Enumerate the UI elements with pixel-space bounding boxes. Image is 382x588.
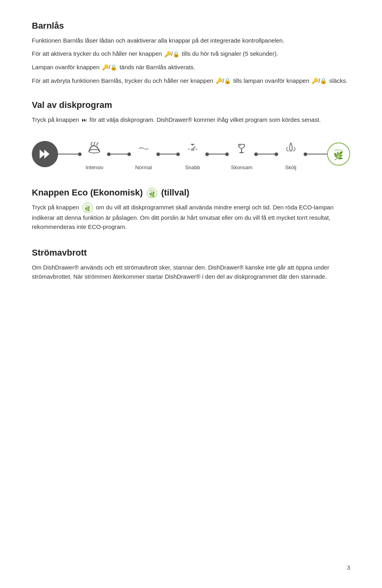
key-lock-icon-3: 🔑/🔒 (216, 77, 231, 86)
skonsam-label: Skonsam (231, 164, 252, 172)
svg-point-2 (89, 150, 100, 153)
key-lock-icon-2: 🔑/🔒 (102, 63, 117, 72)
eco-p1: Tryck på knappen eco 🌿 om du vill att di… (32, 203, 350, 232)
program-skolj: Skölj (279, 137, 303, 172)
barnlas-section: Barnlås Funktionen Barnlås låser lådan o… (32, 19, 350, 86)
val-p1: Tryck på knappen ⏭ för att välja diskpro… (32, 115, 350, 125)
skonsam-icon (230, 137, 253, 160)
eco-inline-icon-2: eco 🌿 (82, 203, 93, 213)
val-diskprogram-section: Val av diskprogram Tryck på knappen ⏭ fö… (32, 98, 350, 172)
barnlas-p1: Funktionen Barnlås låser lådan och avakt… (32, 36, 350, 45)
page-number: 3 (347, 563, 350, 572)
programs-diagram: Intensiv Norma (32, 137, 350, 172)
eco-section: Knappen Eco (Ekonomisk) eco 🌿 (tillval) … (32, 186, 350, 232)
program-snabb: Snabb (181, 137, 205, 172)
barnlas-p3: Lampan ovanför knappen 🔑/🔒 tänds när Bar… (32, 63, 350, 72)
svg-marker-1 (44, 150, 49, 159)
program-skonsam: Skonsam (230, 137, 253, 172)
barnlas-title: Barnlås (32, 19, 350, 33)
snabb-icon (181, 137, 205, 160)
val-title: Val av diskprogram (32, 98, 350, 112)
barnlas-p2: För att aktivera trycker du och håller n… (32, 49, 350, 59)
svg-marker-0 (40, 150, 45, 159)
key-lock-icon-4: 🔑/🔒 (312, 77, 327, 86)
program-normal: Normal (132, 137, 156, 172)
eco-badge-icon: eco 🌿 (327, 143, 350, 166)
intensiv-icon (82, 137, 106, 160)
forward-button-icon (32, 141, 58, 167)
forward-icon: ⏭ (82, 116, 87, 125)
skolj-label: Skölj (285, 164, 296, 172)
normal-label: Normal (135, 164, 152, 172)
snabb-label: Snabb (185, 164, 200, 172)
barnlas-p4: För att avbryta funktionen Barnlås, tryc… (32, 76, 350, 86)
key-lock-icon-1: 🔑/🔒 (164, 50, 179, 59)
skolj-icon (279, 137, 303, 160)
stromavbrott-p1: Om DishDrawer® används och ett strömavbr… (32, 263, 350, 281)
normal-icon (132, 137, 156, 160)
program-intensiv: Intensiv (82, 137, 106, 172)
stromavbrott-title: Strömavbrott (32, 246, 350, 260)
eco-inline-icon: eco 🌿 (147, 188, 157, 198)
eco-title: Knappen Eco (Ekonomisk) eco 🌿 (tillval) (32, 186, 350, 199)
stromavbrott-section: Strömavbrott Om DishDrawer® används och … (32, 246, 350, 281)
intensiv-label: Intensiv (86, 164, 103, 172)
